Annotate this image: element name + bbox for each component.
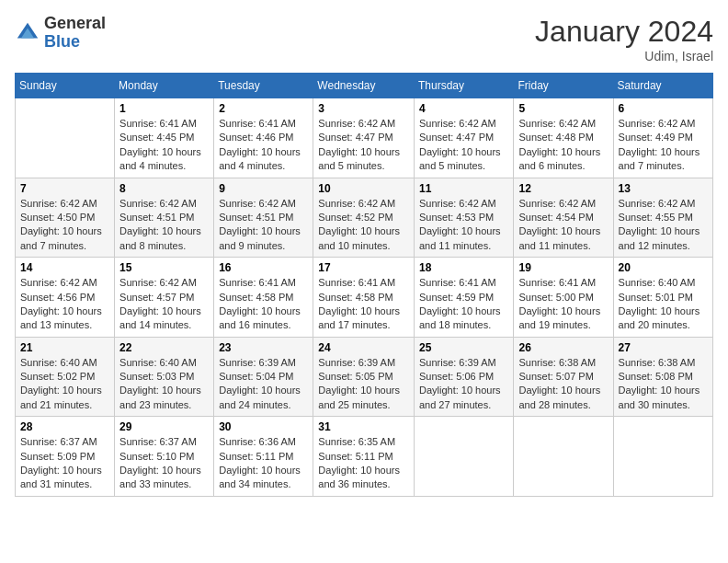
day-number: 14: [20, 261, 109, 274]
day-number: 7: [20, 182, 109, 195]
calendar-week-5: 28Sunrise: 6:37 AM Sunset: 5:09 PM Dayli…: [16, 417, 713, 497]
calendar-cell: 28Sunrise: 6:37 AM Sunset: 5:09 PM Dayli…: [16, 417, 115, 497]
calendar-cell: 5Sunrise: 6:42 AM Sunset: 4:48 PM Daylig…: [514, 98, 613, 178]
day-number: 10: [318, 182, 409, 195]
calendar-week-2: 7Sunrise: 6:42 AM Sunset: 4:50 PM Daylig…: [16, 178, 713, 258]
calendar-cell: 14Sunrise: 6:42 AM Sunset: 4:56 PM Dayli…: [16, 258, 115, 338]
calendar-cell: 19Sunrise: 6:41 AM Sunset: 5:00 PM Dayli…: [514, 258, 613, 338]
calendar-cell: 11Sunrise: 6:42 AM Sunset: 4:53 PM Dayli…: [414, 178, 514, 258]
calendar-cell: 25Sunrise: 6:39 AM Sunset: 5:06 PM Dayli…: [414, 337, 514, 417]
calendar-week-3: 14Sunrise: 6:42 AM Sunset: 4:56 PM Dayli…: [16, 258, 713, 338]
header-cell-friday: Friday: [514, 74, 613, 98]
day-number: 21: [20, 341, 109, 354]
calendar-cell: 20Sunrise: 6:40 AM Sunset: 5:01 PM Dayli…: [613, 258, 712, 338]
calendar-cell: 29Sunrise: 6:37 AM Sunset: 5:10 PM Dayli…: [115, 417, 214, 497]
day-number: 9: [219, 182, 308, 195]
calendar-cell: 1Sunrise: 6:41 AM Sunset: 4:45 PM Daylig…: [115, 98, 214, 178]
day-info: Sunrise: 6:37 AM Sunset: 5:10 PM Dayligh…: [119, 435, 209, 492]
day-info: Sunrise: 6:41 AM Sunset: 5:00 PM Dayligh…: [518, 276, 608, 333]
calendar-cell: 27Sunrise: 6:38 AM Sunset: 5:08 PM Dayli…: [613, 337, 712, 417]
day-info: Sunrise: 6:35 AM Sunset: 5:11 PM Dayligh…: [318, 435, 409, 492]
day-info: Sunrise: 6:41 AM Sunset: 4:58 PM Dayligh…: [219, 276, 308, 333]
day-number: 8: [119, 182, 209, 195]
day-number: 5: [518, 102, 608, 115]
day-info: Sunrise: 6:40 AM Sunset: 5:02 PM Dayligh…: [20, 356, 109, 413]
day-info: Sunrise: 6:41 AM Sunset: 4:46 PM Dayligh…: [219, 117, 308, 174]
header-cell-monday: Monday: [115, 74, 214, 98]
logo: General Blue: [15, 15, 106, 52]
day-info: Sunrise: 6:40 AM Sunset: 5:01 PM Dayligh…: [619, 276, 708, 333]
day-info: Sunrise: 6:39 AM Sunset: 5:04 PM Dayligh…: [219, 356, 308, 413]
calendar-cell: [514, 417, 613, 497]
calendar-cell: 18Sunrise: 6:41 AM Sunset: 4:59 PM Dayli…: [414, 258, 514, 338]
day-number: 27: [619, 341, 708, 354]
day-info: Sunrise: 6:41 AM Sunset: 4:45 PM Dayligh…: [119, 117, 209, 174]
day-number: 25: [419, 341, 509, 354]
calendar-cell: [613, 417, 712, 497]
calendar-cell: 30Sunrise: 6:36 AM Sunset: 5:11 PM Dayli…: [214, 417, 313, 497]
calendar-cell: 12Sunrise: 6:42 AM Sunset: 4:54 PM Dayli…: [514, 178, 613, 258]
calendar-cell: 13Sunrise: 6:42 AM Sunset: 4:55 PM Dayli…: [613, 178, 712, 258]
day-number: 11: [419, 182, 509, 195]
calendar-week-1: 1Sunrise: 6:41 AM Sunset: 4:45 PM Daylig…: [16, 98, 713, 178]
calendar-cell: 23Sunrise: 6:39 AM Sunset: 5:04 PM Dayli…: [214, 337, 313, 417]
header-row: SundayMondayTuesdayWednesdayThursdayFrid…: [16, 74, 713, 98]
day-info: Sunrise: 6:42 AM Sunset: 4:47 PM Dayligh…: [318, 117, 409, 174]
day-info: Sunrise: 6:39 AM Sunset: 5:06 PM Dayligh…: [419, 356, 509, 413]
logo-general: General: [44, 15, 106, 33]
day-info: Sunrise: 6:40 AM Sunset: 5:03 PM Dayligh…: [119, 356, 209, 413]
day-number: 4: [419, 102, 509, 115]
day-number: 22: [119, 341, 209, 354]
calendar-cell: 17Sunrise: 6:41 AM Sunset: 4:58 PM Dayli…: [313, 258, 415, 338]
day-number: 1: [119, 102, 209, 115]
day-info: Sunrise: 6:37 AM Sunset: 5:09 PM Dayligh…: [20, 435, 109, 492]
calendar-cell: 10Sunrise: 6:42 AM Sunset: 4:52 PM Dayli…: [313, 178, 415, 258]
day-number: 24: [318, 341, 409, 354]
day-info: Sunrise: 6:42 AM Sunset: 4:52 PM Dayligh…: [318, 197, 409, 254]
calendar-cell: 22Sunrise: 6:40 AM Sunset: 5:03 PM Dayli…: [115, 337, 214, 417]
day-info: Sunrise: 6:42 AM Sunset: 4:49 PM Dayligh…: [619, 117, 708, 174]
month-title: January 2024: [535, 15, 713, 49]
day-info: Sunrise: 6:42 AM Sunset: 4:57 PM Dayligh…: [119, 276, 209, 333]
day-number: 18: [419, 261, 509, 274]
calendar-cell: [16, 98, 115, 178]
calendar-header: SundayMondayTuesdayWednesdayThursdayFrid…: [16, 74, 713, 98]
calendar-cell: 31Sunrise: 6:35 AM Sunset: 5:11 PM Dayli…: [313, 417, 415, 497]
day-info: Sunrise: 6:38 AM Sunset: 5:07 PM Dayligh…: [518, 356, 608, 413]
logo-blue: Blue: [44, 33, 106, 52]
header-cell-saturday: Saturday: [613, 74, 712, 98]
day-info: Sunrise: 6:42 AM Sunset: 4:53 PM Dayligh…: [419, 197, 509, 254]
day-info: Sunrise: 6:41 AM Sunset: 4:59 PM Dayligh…: [419, 276, 509, 333]
day-number: 31: [318, 420, 409, 433]
day-number: 26: [518, 341, 608, 354]
day-number: 2: [219, 102, 308, 115]
logo-icon: [15, 20, 40, 46]
day-info: Sunrise: 6:42 AM Sunset: 4:54 PM Dayligh…: [518, 197, 608, 254]
calendar-body: 1Sunrise: 6:41 AM Sunset: 4:45 PM Daylig…: [16, 98, 713, 497]
day-info: Sunrise: 6:42 AM Sunset: 4:50 PM Dayligh…: [20, 197, 109, 254]
day-number: 23: [219, 341, 308, 354]
day-number: 17: [318, 261, 409, 274]
day-info: Sunrise: 6:42 AM Sunset: 4:48 PM Dayligh…: [518, 117, 608, 174]
day-info: Sunrise: 6:42 AM Sunset: 4:55 PM Dayligh…: [619, 197, 708, 254]
day-number: 16: [219, 261, 308, 274]
day-number: 29: [119, 420, 209, 433]
day-number: 19: [518, 261, 608, 274]
day-number: 13: [619, 182, 708, 195]
header-cell-tuesday: Tuesday: [214, 74, 313, 98]
header-cell-sunday: Sunday: [16, 74, 115, 98]
day-info: Sunrise: 6:42 AM Sunset: 4:47 PM Dayligh…: [419, 117, 509, 174]
day-info: Sunrise: 6:42 AM Sunset: 4:51 PM Dayligh…: [219, 197, 308, 254]
calendar-cell: 24Sunrise: 6:39 AM Sunset: 5:05 PM Dayli…: [313, 337, 415, 417]
day-info: Sunrise: 6:39 AM Sunset: 5:05 PM Dayligh…: [318, 356, 409, 413]
calendar-cell: 8Sunrise: 6:42 AM Sunset: 4:51 PM Daylig…: [115, 178, 214, 258]
calendar-cell: 7Sunrise: 6:42 AM Sunset: 4:50 PM Daylig…: [16, 178, 115, 258]
calendar-cell: 9Sunrise: 6:42 AM Sunset: 4:51 PM Daylig…: [214, 178, 313, 258]
day-number: 28: [20, 420, 109, 433]
calendar-week-4: 21Sunrise: 6:40 AM Sunset: 5:02 PM Dayli…: [16, 337, 713, 417]
day-number: 15: [119, 261, 209, 274]
day-info: Sunrise: 6:36 AM Sunset: 5:11 PM Dayligh…: [219, 435, 308, 492]
calendar-cell: 4Sunrise: 6:42 AM Sunset: 4:47 PM Daylig…: [414, 98, 514, 178]
day-info: Sunrise: 6:38 AM Sunset: 5:08 PM Dayligh…: [619, 356, 708, 413]
calendar-cell: 3Sunrise: 6:42 AM Sunset: 4:47 PM Daylig…: [313, 98, 415, 178]
